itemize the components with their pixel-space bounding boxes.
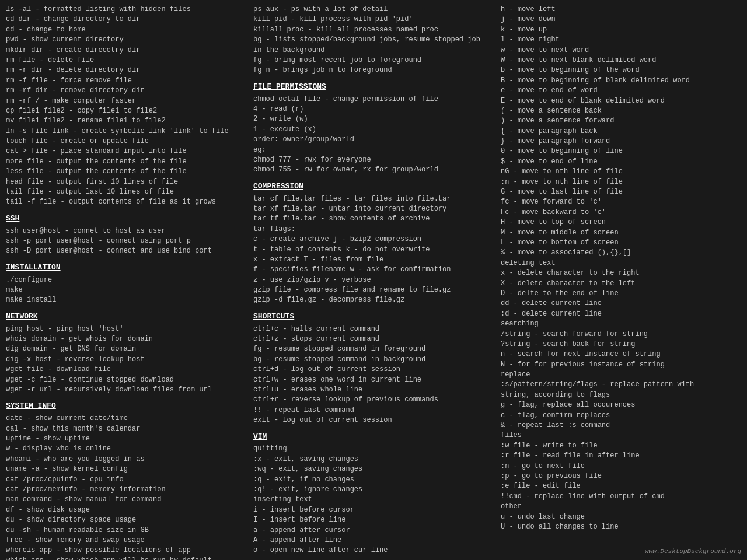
line: :r file - read file in after line bbox=[501, 451, 741, 461]
line: tar xf file.tar - untar into current dir… bbox=[253, 204, 494, 214]
line: whois domain - get whois for domain bbox=[6, 334, 246, 344]
line: M - move to middle of screen bbox=[501, 228, 741, 238]
line: head file - output first 10 lines of fil… bbox=[6, 177, 246, 187]
line: N - for for previous instance of string bbox=[501, 360, 741, 370]
line: c - flag, confirm replaces bbox=[501, 411, 741, 421]
line: :d - delete current line bbox=[501, 309, 741, 319]
line: :n - move to nth line of file bbox=[501, 177, 741, 187]
line: string, according to flags bbox=[501, 390, 741, 400]
line: ctrl+w - erases one word in current line bbox=[253, 375, 494, 385]
line: tail -f file - output contents of file a… bbox=[6, 197, 246, 207]
line: } - move paragraph forward bbox=[501, 136, 741, 146]
line: n - search for next instance of string bbox=[501, 349, 741, 359]
line: L - move to bottom of screen bbox=[501, 238, 741, 248]
line: pwd - show current directory bbox=[6, 35, 246, 45]
line: ctrl+d - log out of current session bbox=[253, 365, 494, 374]
line: u - undo last change bbox=[501, 512, 741, 522]
column-1: ls -al - formatted listing with hidden f… bbox=[6, 5, 250, 560]
line: z - use zip/gzip v - verbose bbox=[253, 275, 494, 285]
line: date - show current date/time bbox=[6, 414, 246, 424]
section-heading: COMPRESSION bbox=[253, 181, 494, 192]
line: $ - move to end of line bbox=[501, 157, 741, 167]
line: cp file1 file2 - copy file1 to file2 bbox=[6, 106, 246, 116]
line: ctrl+c - halts current command bbox=[253, 324, 494, 334]
line: % - move to associated (),{},[]​ bbox=[501, 248, 741, 258]
line: inserting text bbox=[253, 495, 494, 505]
line: ln -s file link - create symbolic link '… bbox=[6, 127, 246, 136]
line: fc - move forward to 'c' bbox=[501, 197, 741, 207]
line: touch file - create or update file bbox=[6, 136, 246, 146]
line: fg - bring most recent job to foreground bbox=[253, 55, 494, 65]
line: killall proc - kill all processes named … bbox=[253, 25, 494, 35]
line: rm file - delete file bbox=[6, 55, 246, 65]
line: tar cf file.tar files - tar files into f… bbox=[253, 194, 494, 204]
line: make install bbox=[6, 295, 246, 305]
line: bg - resume stopped command in backgroun… bbox=[253, 355, 494, 365]
line: ssh -p port user@host - connect using po… bbox=[6, 236, 246, 246]
line: ping host - ping host 'host' bbox=[6, 324, 246, 334]
line: :wq - exit, saving changes bbox=[253, 464, 494, 474]
section-heading: FILE PERMISSIONS bbox=[253, 82, 494, 93]
page-layout: ls -al - formatted listing with hidden f… bbox=[6, 5, 741, 560]
line: g - flag, replace all occurences bbox=[501, 400, 741, 410]
line: 4 - read (r) bbox=[253, 104, 494, 114]
line: wget -r url - recursively download files… bbox=[6, 385, 246, 395]
line: H - move to top of screen bbox=[501, 218, 741, 228]
line: !! - repeat last command bbox=[253, 405, 494, 415]
line: cat /proc/meminfo - memory information bbox=[6, 485, 246, 495]
line: W - move to next blank delimited word bbox=[501, 55, 741, 65]
section-heading: VIM bbox=[253, 432, 494, 443]
line: cat /proc/cpuinfo - cpu info bbox=[6, 475, 246, 485]
line: E - move to end of blank delimited word bbox=[501, 96, 741, 106]
line: free - show memory and swap usage bbox=[6, 536, 246, 545]
line: kill pid - kill process with pid 'pid' bbox=[253, 15, 494, 24]
line: A - append after line bbox=[253, 536, 494, 545]
line: & - repeat last :s command bbox=[501, 421, 741, 430]
line: cd dir - change directory to dir bbox=[6, 15, 246, 24]
line: uname -a - show kernel config bbox=[6, 464, 246, 474]
line: dig -x host - reverse lookup host bbox=[6, 355, 246, 365]
section-heading: SSH bbox=[6, 214, 246, 225]
line: deleting text bbox=[501, 258, 741, 268]
line: bg - lists stopped/background jobs, resu… bbox=[253, 35, 494, 45]
line: tar tf file.tar - show contents of archi… bbox=[253, 214, 494, 224]
line: Fc - move backward to 'c' bbox=[501, 208, 741, 218]
line: dig domain - get DNS for domain bbox=[6, 344, 246, 354]
line: t - table of contents k - do not overwri… bbox=[253, 245, 494, 255]
line: x - delete character to the right bbox=[501, 268, 741, 278]
line: quitting bbox=[253, 444, 494, 454]
line: G - move to last line of file bbox=[501, 187, 741, 197]
line: ctrl+r - reverse lookup of previous comm… bbox=[253, 395, 494, 405]
line: nG - move to nth line of file bbox=[501, 167, 741, 177]
line: ps aux - ps with a lot of detail bbox=[253, 5, 494, 15]
line: f - specifies filename w - ask for confi… bbox=[253, 265, 494, 275]
line: l - move right bbox=[501, 35, 741, 45]
line: fg - resume stopped command in foregroun… bbox=[253, 344, 494, 354]
line: ( - move a sentence back bbox=[501, 106, 741, 116]
line: which app - show which app will be run b… bbox=[6, 556, 246, 560]
line: exit - log out of current session bbox=[253, 415, 494, 425]
watermark: www.DesktopBackground.org bbox=[645, 547, 741, 556]
line: gzip -d file.gz - decompress file.gz bbox=[253, 295, 494, 305]
line: :e file - edit file bbox=[501, 481, 741, 491]
line: searching bbox=[501, 319, 741, 329]
line: ctrl+u - erases whole line bbox=[253, 385, 494, 395]
line: ls -al - formatted listing with hidden f… bbox=[6, 5, 246, 15]
line: a - append after cursor bbox=[253, 526, 494, 536]
line: j - move down bbox=[501, 15, 741, 24]
line: cal - show this month's calendar bbox=[6, 424, 246, 434]
line: make bbox=[6, 285, 246, 295]
line: { - move paragraph back bbox=[501, 127, 741, 136]
line: ?string - search back for string bbox=[501, 340, 741, 349]
line: w - display who is online bbox=[6, 444, 246, 454]
line: mkdir dir - create direcotry dir bbox=[6, 46, 246, 55]
column-2: ps aux - ps with a lot of detailkill pid… bbox=[250, 5, 497, 560]
line: /string - search forward for string bbox=[501, 330, 741, 340]
section-heading: SHORTCUTS bbox=[253, 312, 494, 323]
line: du -sh - human readable size in GB bbox=[6, 526, 246, 536]
column-3: h - move leftj - move downk - move upl -… bbox=[497, 5, 741, 560]
line: B - move to beginning of blank delimited… bbox=[501, 76, 741, 86]
line: :w file - write to file bbox=[501, 441, 741, 451]
line: D - delte to the end of line bbox=[501, 289, 741, 299]
line: chmod octal file - change permission of … bbox=[253, 94, 494, 104]
